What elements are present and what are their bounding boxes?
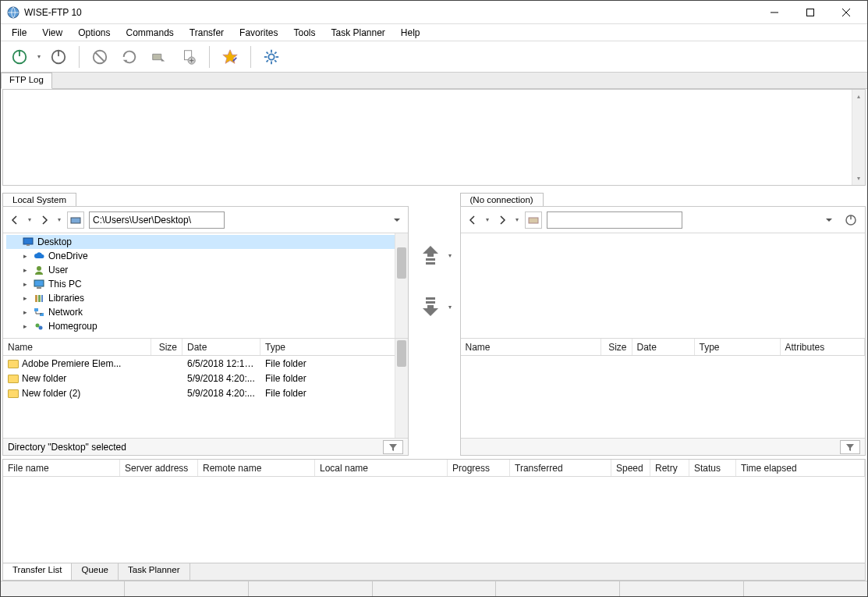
remote-path-bar: ▾ ▾: [461, 207, 866, 233]
menu-tools[interactable]: Tools: [285, 26, 323, 40]
remote-back-dropdown[interactable]: ▾: [484, 216, 491, 223]
transfer-col-progress[interactable]: Progress: [448, 460, 510, 476]
close-button[interactable]: [828, 1, 864, 24]
expand-icon[interactable]: ▸: [20, 308, 30, 316]
synchronize-button[interactable]: [175, 44, 203, 70]
menu-options[interactable]: Options: [70, 26, 118, 40]
svg-point-36: [39, 326, 43, 330]
local-drive-icon[interactable]: [67, 211, 84, 229]
transfer-col-status[interactable]: Status: [689, 460, 736, 476]
menu-commands[interactable]: Commands: [119, 26, 182, 40]
local-filter-button[interactable]: [383, 440, 403, 454]
tree-item-onedrive[interactable]: ▸OneDrive: [6, 249, 405, 263]
local-back-button[interactable]: [6, 211, 23, 229]
local-col-type[interactable]: Type: [260, 339, 408, 355]
favorites-button[interactable]: [216, 44, 244, 70]
expand-icon[interactable]: ▸: [20, 266, 30, 274]
menu-view[interactable]: View: [34, 26, 70, 40]
connect-button[interactable]: [5, 44, 34, 70]
maximize-button[interactable]: [792, 1, 828, 24]
abort-button[interactable]: [86, 44, 114, 70]
transfer-list-body[interactable]: [3, 477, 865, 563]
expand-icon[interactable]: ▸: [20, 252, 30, 260]
local-path-input[interactable]: [89, 211, 225, 229]
tree-item-label: Homegroup: [48, 321, 97, 332]
remote-col-attributes[interactable]: Attributes: [781, 339, 866, 355]
transfer-col-local[interactable]: Local name: [315, 460, 448, 476]
minimize-button[interactable]: [756, 1, 792, 24]
local-list-scrollbar[interactable]: [395, 339, 408, 438]
tab-ftp-log[interactable]: FTP Log: [1, 73, 52, 89]
list-item[interactable]: New folder (2)5/9/2018 4:20:...File fold…: [3, 386, 408, 400]
tree-item-network[interactable]: ▸Network: [6, 305, 405, 319]
tree-item-homegroup[interactable]: ▸Homegroup: [6, 319, 405, 333]
local-pane-tab[interactable]: Local System: [2, 193, 76, 206]
remote-filter-button[interactable]: [840, 440, 860, 454]
transfer-col-filename[interactable]: File name: [3, 460, 120, 476]
expand-icon[interactable]: ▸: [20, 280, 30, 288]
download-dropdown[interactable]: ▾: [447, 304, 453, 311]
transfer-button[interactable]: [145, 44, 173, 70]
local-col-name[interactable]: Name: [3, 339, 151, 355]
remote-back-button[interactable]: [464, 211, 481, 229]
remote-file-list[interactable]: Name Size Date Type Attributes: [461, 339, 866, 438]
disconnect-button[interactable]: [44, 44, 73, 70]
log-scrollbar[interactable]: ▴ ▾: [852, 90, 865, 185]
svg-point-15: [268, 54, 274, 59]
connect-dropdown[interactable]: ▾: [35, 53, 43, 60]
transfer-col-remote[interactable]: Remote name: [198, 460, 315, 476]
lib-icon: [33, 292, 45, 304]
transfer-col-transferred[interactable]: Transferred: [510, 460, 611, 476]
remote-col-name[interactable]: Name: [461, 339, 601, 355]
tree-item-desktop[interactable]: Desktop: [6, 235, 405, 249]
tree-item-user[interactable]: ▸User: [6, 263, 405, 277]
upload-button[interactable]: [416, 243, 445, 267]
menu-favorites[interactable]: Favorites: [232, 26, 285, 40]
remote-forward-button[interactable]: [494, 211, 511, 229]
tab-task-planner[interactable]: Task Planner: [119, 563, 190, 580]
remote-tree[interactable]: [461, 233, 866, 339]
local-tree[interactable]: Desktop▸OneDrive▸User▸This PC▸Libraries▸…: [3, 233, 408, 339]
remote-reconnect-button[interactable]: [840, 211, 862, 229]
local-back-dropdown[interactable]: ▾: [27, 216, 33, 223]
remote-drive-icon[interactable]: [525, 211, 542, 229]
home-icon: [33, 320, 45, 332]
menu-task-planner[interactable]: Task Planner: [323, 26, 392, 40]
remote-pane-tab[interactable]: (No connection): [460, 193, 544, 206]
list-item[interactable]: Adobe Premiere Elem...6/5/2018 12:14...F…: [3, 356, 408, 371]
transfer-col-speed[interactable]: Speed: [611, 460, 650, 476]
tree-item-this-pc[interactable]: ▸This PC: [6, 277, 405, 291]
remote-col-size[interactable]: Size: [601, 339, 632, 355]
transfer-col-elapsed[interactable]: Time elapsed: [736, 460, 865, 476]
refresh-button[interactable]: [115, 44, 143, 70]
transfer-col-server[interactable]: Server address: [120, 460, 198, 476]
local-file-list[interactable]: Name Size Date Type Adobe Premiere Elem.…: [3, 339, 408, 438]
transfer-col-retry[interactable]: Retry: [650, 460, 689, 476]
remote-forward-dropdown[interactable]: ▾: [514, 216, 520, 223]
download-button[interactable]: [416, 295, 445, 318]
upload-dropdown[interactable]: ▾: [447, 252, 453, 259]
menu-help[interactable]: Help: [393, 26, 428, 40]
scroll-up-icon[interactable]: ▴: [852, 90, 865, 103]
local-tree-scrollbar[interactable]: [395, 233, 408, 338]
local-col-date[interactable]: Date: [182, 339, 260, 355]
menu-transfer[interactable]: Transfer: [182, 26, 232, 40]
settings-button[interactable]: [257, 44, 285, 70]
menu-file[interactable]: File: [4, 26, 34, 40]
scroll-down-icon[interactable]: ▾: [852, 172, 865, 185]
expand-icon[interactable]: ▸: [20, 322, 30, 330]
ftp-log-pane[interactable]: ▴ ▾: [2, 89, 866, 186]
tab-transfer-list[interactable]: Transfer List: [3, 563, 72, 580]
tab-queue[interactable]: Queue: [72, 563, 119, 580]
local-col-size[interactable]: Size: [151, 339, 182, 355]
svg-rect-29: [37, 287, 41, 289]
remote-path-input[interactable]: [547, 211, 682, 229]
local-forward-dropdown[interactable]: ▾: [56, 216, 62, 223]
remote-col-type[interactable]: Type: [695, 339, 781, 355]
local-forward-button[interactable]: [36, 211, 53, 229]
remote-col-date[interactable]: Date: [632, 339, 695, 355]
expand-icon[interactable]: ▸: [20, 294, 30, 302]
svg-rect-38: [426, 262, 435, 265]
tree-item-libraries[interactable]: ▸Libraries: [6, 291, 405, 305]
list-item[interactable]: New folder5/9/2018 4:20:...File folder: [3, 371, 408, 386]
